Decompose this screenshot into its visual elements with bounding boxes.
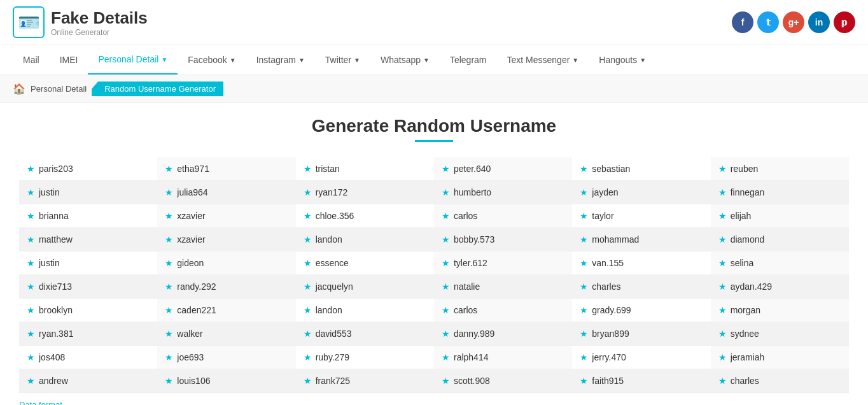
username-cell[interactable]: ★humberto [434,181,572,204]
user-icon: ★ [718,234,727,245]
twitter-social-btn[interactable]: 𝕥 [757,11,779,33]
username-cell[interactable]: ★matthew [19,228,157,252]
main-nav: Mail IMEI Personal Detail ▼ Facebook ▼ I… [0,45,868,75]
user-icon: ★ [442,376,450,386]
nav-twitter[interactable]: Twitter ▼ [315,46,370,74]
username-cell[interactable]: ★carlos [434,204,572,228]
user-icon: ★ [718,211,727,221]
nav-facebook[interactable]: Facebook ▼ [178,46,246,74]
linkedin-social-btn[interactable]: in [808,11,830,33]
username-cell[interactable]: ★chloe.356 [296,204,434,228]
username-cell[interactable]: ★finnegan [711,181,849,204]
username-cell[interactable]: ★andrew [19,369,157,393]
username-cell[interactable]: ★justin [19,181,157,204]
user-icon: ★ [580,164,588,174]
nav-whatsapp[interactable]: Whatsapp ▼ [370,46,440,74]
username-text: etha971 [177,164,209,174]
facebook-social-btn[interactable]: f [732,11,753,33]
username-cell[interactable]: ★paris203 [19,157,157,181]
nav-personal-detail[interactable]: Personal Detail ▼ [88,45,178,75]
username-cell[interactable]: ★david553 [296,322,434,346]
username-cell[interactable]: ★jeramiah [711,346,849,369]
username-cell[interactable]: ★jerry.470 [572,346,710,369]
username-cell[interactable]: ★natalie [434,275,572,299]
logo-text: Fake Details Online Generator [51,8,148,37]
username-cell[interactable]: ★jayden [572,181,710,204]
pinterest-social-btn[interactable]: 𝕡 [834,11,855,33]
logo-box: 🪪 [13,6,45,38]
username-cell[interactable]: ★brianna [19,204,157,228]
username-cell[interactable]: ★sydnee [711,322,849,346]
nav-imei[interactable]: IMEI [50,46,88,74]
username-cell[interactable]: ★carlos [434,299,572,322]
user-icon: ★ [165,211,173,221]
username-text: mohammad [592,234,639,245]
username-cell[interactable]: ★randy.292 [157,275,295,299]
username-cell[interactable]: ★frank725 [296,369,434,393]
username-cell[interactable]: ★tyler.612 [434,252,572,275]
username-cell[interactable]: ★landon [296,299,434,322]
username-cell[interactable]: ★sebastian [572,157,710,181]
user-icon: ★ [442,234,450,245]
username-cell[interactable]: ★ruby.279 [296,346,434,369]
nav-instagram[interactable]: Instagram ▼ [246,46,315,74]
username-cell[interactable]: ★xzavier [157,228,295,252]
username-cell[interactable]: ★ralph414 [434,346,572,369]
breadcrumb-home-icon[interactable]: 🏠 [13,83,25,95]
breadcrumb: 🏠 Personal Detail Random Username Genera… [0,75,868,103]
nav-mail[interactable]: Mail [13,46,50,74]
username-cell[interactable]: ★justin [19,252,157,275]
data-format-label[interactable]: Data format [19,400,62,405]
username-cell[interactable]: ★grady.699 [572,299,710,322]
username-cell[interactable]: ★louis106 [157,369,295,393]
username-cell[interactable]: ★faith915 [572,369,710,393]
user-icon: ★ [304,187,312,197]
nav-telegram[interactable]: Telegram [440,46,497,74]
username-cell[interactable]: ★landon [296,228,434,252]
username-cell[interactable]: ★bobby.573 [434,228,572,252]
username-cell[interactable]: ★scott.908 [434,369,572,393]
username-cell[interactable]: ★caden221 [157,299,295,322]
username-cell[interactable]: ★jacquelyn [296,275,434,299]
username-cell[interactable]: ★morgan [711,299,849,322]
username-text: randy.292 [177,281,216,292]
nav-text-messenger[interactable]: Text Messenger ▼ [497,46,589,74]
username-cell[interactable]: ★taylor [572,204,710,228]
username-cell[interactable]: ★dixie713 [19,275,157,299]
username-text: justin [39,258,60,268]
user-icon: ★ [580,187,588,197]
username-text: selina [731,258,754,268]
username-cell[interactable]: ★aydan.429 [711,275,849,299]
user-icon: ★ [165,376,173,386]
username-cell[interactable]: ★etha971 [157,157,295,181]
username-cell[interactable]: ★jos408 [19,346,157,369]
username-cell[interactable]: ★ryan.381 [19,322,157,346]
breadcrumb-personal-detail[interactable]: Personal Detail [31,84,87,94]
username-cell[interactable]: ★julia964 [157,181,295,204]
username-cell[interactable]: ★elijah [711,204,849,228]
username-cell[interactable]: ★walker [157,322,295,346]
username-cell[interactable]: ★diamond [711,228,849,252]
username-cell[interactable]: ★van.155 [572,252,710,275]
user-icon: ★ [304,211,312,221]
username-cell[interactable]: ★gideon [157,252,295,275]
user-icon: ★ [718,281,727,292]
user-icon: ★ [718,164,727,174]
username-cell[interactable]: ★joe693 [157,346,295,369]
googleplus-social-btn[interactable]: g+ [783,11,804,33]
username-cell[interactable]: ★tristan [296,157,434,181]
user-icon: ★ [580,376,588,386]
username-cell[interactable]: ★mohammad [572,228,710,252]
username-cell[interactable]: ★peter.640 [434,157,572,181]
username-cell[interactable]: ★danny.989 [434,322,572,346]
username-cell[interactable]: ★selina [711,252,849,275]
username-cell[interactable]: ★xzavier [157,204,295,228]
username-cell[interactable]: ★bryan899 [572,322,710,346]
username-cell[interactable]: ★essence [296,252,434,275]
username-cell[interactable]: ★reuben [711,157,849,181]
username-cell[interactable]: ★charles [572,275,710,299]
nav-hangouts[interactable]: Hangouts ▼ [589,46,656,74]
username-cell[interactable]: ★brooklyn [19,299,157,322]
username-cell[interactable]: ★ryan172 [296,181,434,204]
username-cell[interactable]: ★charles [711,369,849,393]
